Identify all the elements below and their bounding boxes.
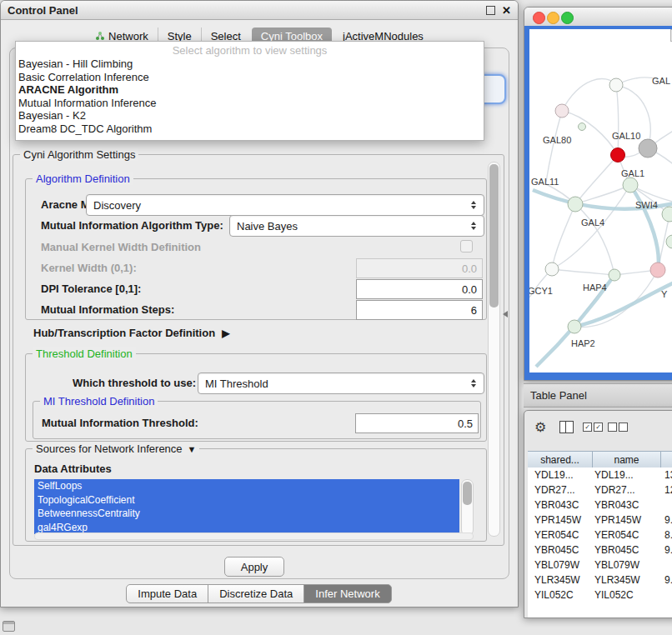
network-edge[interactable] — [562, 111, 618, 155]
dpi-tolerance-label: DPI Tolerance [0,1]: — [41, 282, 141, 295]
bottom-tabbar: Impute Data Discretize Data Infer Networ… — [1, 584, 518, 603]
network-node[interactable] — [639, 139, 657, 158]
network-graph: GAL80 GAL10 GAL11 GAL1 SWI4 GAL4 GCY1 HA… — [529, 29, 672, 372]
table-panel-titlebar[interactable]: Table Panel — [524, 383, 672, 408]
float-window-icon[interactable] — [486, 6, 495, 15]
docked-panel-icon[interactable] — [3, 621, 15, 632]
node-label: GAL — [652, 76, 670, 86]
tab-discretize-data[interactable]: Discretize Data — [208, 584, 304, 603]
settings-scrollbar[interactable] — [488, 162, 500, 537]
triangle-right-icon[interactable]: ▶ — [222, 328, 229, 339]
algorithm-definition-group: Algorithm Definition Aracne Mode: Discov… — [25, 178, 487, 320]
network-canvas[interactable]: GAL80 GAL10 GAL11 GAL1 SWI4 GAL4 GCY1 HA… — [529, 29, 672, 372]
node-label: HAP4 — [583, 282, 607, 292]
mi-type-label: Mutual Information Algorithm Type: — [41, 219, 223, 232]
dropdown-item[interactable]: Bayesian - Hill Climbing — [16, 58, 484, 71]
network-edge[interactable] — [562, 78, 616, 111]
columns-icon[interactable] — [559, 421, 574, 433]
combo-arrows-icon — [466, 222, 484, 230]
table-panel-title: Table Panel — [524, 389, 587, 402]
table-row[interactable]: YBR043C YBR043C — [528, 498, 672, 512]
network-window-titlebar[interactable] — [524, 8, 672, 27]
network-node[interactable] — [545, 262, 559, 276]
close-icon[interactable]: ✕ — [502, 4, 511, 17]
close-window-button[interactable] — [533, 12, 545, 24]
list-horizontal-scrollbar[interactable] — [34, 532, 474, 540]
list-scrollbar[interactable] — [461, 479, 474, 536]
network-node[interactable] — [568, 320, 581, 333]
column-header[interactable]: name — [593, 452, 661, 468]
list-item[interactable]: SelfLoops — [34, 479, 459, 493]
network-edge[interactable] — [616, 85, 619, 155]
select-columns-icon[interactable]: ✓ ✓ — [583, 422, 604, 432]
network-node[interactable] — [609, 78, 623, 92]
network-node[interactable] — [623, 178, 638, 192]
dropdown-item[interactable]: Dream8 DC_TDC Algorithm — [16, 122, 484, 136]
algorithm-definition-title: Algorithm Definition — [33, 172, 133, 185]
settings-scrollbar-thumb[interactable] — [489, 164, 499, 308]
tab-infer-network[interactable]: Infer Network — [303, 584, 391, 603]
kernel-width-input[interactable]: 0.0 — [356, 258, 483, 278]
manual-kernel-checkbox[interactable] — [460, 240, 473, 252]
column-header[interactable]: shared... — [528, 452, 593, 468]
network-view-frame: GAL80 GAL10 GAL11 GAL1 SWI4 GAL4 GCY1 HA… — [524, 26, 672, 380]
dropdown-item-selected[interactable]: ARACNE Algorithm — [16, 83, 484, 97]
threshold-select[interactable]: MI Threshold — [198, 372, 484, 394]
control-panel-window: Control Panel ✕ Network Style Select Cyn — [0, 0, 519, 608]
cyni-algorithm-settings-group: Cyni Algorithm Settings Algorithm Defini… — [13, 154, 504, 546]
table-row[interactable]: YLR345W YLR345W 9. — [528, 572, 672, 588]
mi-steps-input[interactable]: 6 — [356, 300, 483, 320]
network-edge[interactable] — [552, 269, 614, 275]
list-item[interactable]: TopologicalCoefficient — [34, 493, 459, 508]
network-node[interactable] — [579, 123, 586, 131]
network-node[interactable] — [666, 235, 672, 248]
node-label: SWI4 — [635, 200, 658, 210]
sources-toggle[interactable]: Sources for Network Inference ▼ — [33, 442, 199, 455]
triangle-down-icon[interactable]: ▼ — [188, 444, 197, 454]
manual-kernel-label: Manual Kernel Width Definition — [41, 241, 201, 253]
dpi-tolerance-input[interactable]: 0.0 — [356, 279, 483, 299]
apply-button[interactable]: Apply — [224, 557, 284, 577]
table-row[interactable]: YER054C YER054C 8. — [528, 528, 672, 542]
dropdown-item[interactable]: Basic Correlation Inference — [16, 71, 484, 84]
network-node[interactable] — [609, 269, 620, 281]
minimize-window-button[interactable] — [547, 12, 559, 24]
mi-threshold-input[interactable]: 0.5 — [355, 413, 479, 433]
network-node[interactable] — [555, 104, 569, 118]
table-row[interactable]: YBR045C YBR045C 9. — [528, 542, 672, 558]
network-edge[interactable] — [546, 111, 562, 182]
list-item[interactable]: BetweennessCentrality — [34, 507, 459, 521]
table-row[interactable]: YDL19... YDL19... 13 — [528, 468, 672, 482]
network-edge[interactable] — [552, 204, 575, 269]
mi-threshold-group-title: MI Threshold Definition — [40, 395, 158, 408]
tab-impute-data[interactable]: Impute Data — [126, 584, 208, 603]
settings-group-title: Cyni Algorithm Settings — [20, 148, 138, 161]
table-row[interactable]: YIL052C YIL052C — [528, 588, 672, 602]
aracne-mode-select[interactable]: Discovery — [86, 194, 484, 216]
network-node[interactable] — [568, 197, 583, 212]
dropdown-item[interactable]: Bayesian - K2 — [16, 109, 484, 122]
combo-arrows-icon — [466, 379, 484, 388]
list-scrollbar-thumb[interactable] — [463, 482, 472, 505]
gear-icon[interactable]: ⚙ — [534, 419, 546, 435]
hub-section-toggle[interactable]: Hub/Transcription Factor Definition ▶ — [33, 327, 229, 339]
mi-algorithm-type-select[interactable]: Naive Bayes — [229, 215, 484, 237]
node-label: HAP2 — [571, 338, 595, 348]
table-row[interactable]: YPR145W YPR145W 9. — [528, 512, 672, 528]
threshold-definition-title: Threshold Definition — [33, 348, 136, 360]
column-header[interactable] — [661, 452, 672, 468]
zoom-window-button[interactable] — [561, 12, 574, 24]
network-node-selected[interactable] — [611, 148, 625, 162]
splitter-collapse-icon[interactable] — [503, 311, 508, 318]
node-label: GAL1 — [621, 168, 644, 178]
network-node[interactable] — [650, 262, 665, 278]
network-edge-thick[interactable] — [630, 185, 659, 270]
control-panel-titlebar[interactable]: Control Panel ✕ — [1, 1, 518, 20]
deselect-columns-icon[interactable] — [608, 422, 629, 432]
table-body: YDL19... YDL19... 13 YDR27... YDR27... 1… — [528, 468, 672, 618]
table-row[interactable]: YDR27... YDR27... 12 — [528, 482, 672, 498]
table-row[interactable]: YBL079W YBL079W — [528, 558, 672, 572]
mi-threshold-label: Mutual Information Threshold: — [42, 417, 198, 429]
network-edge[interactable] — [575, 204, 614, 275]
dropdown-item[interactable]: Mutual Information Inference — [16, 97, 484, 110]
